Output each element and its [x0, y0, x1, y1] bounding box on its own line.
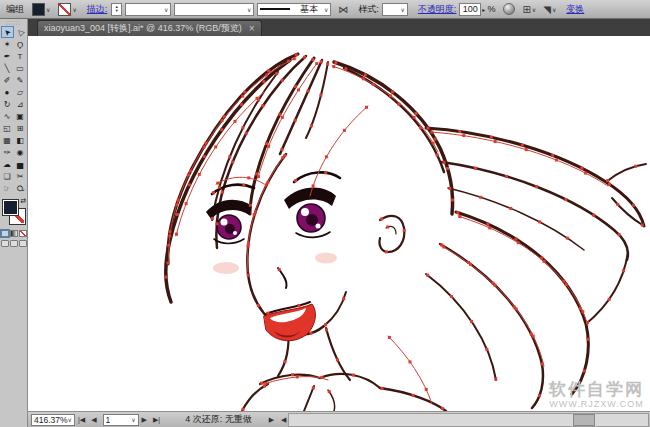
anchor-point[interactable]	[311, 58, 314, 61]
anchor-point[interactable]	[253, 213, 256, 216]
zoom-level-combo[interactable]: 416.37% ∨	[31, 414, 75, 426]
zoom-tool[interactable]: Q	[14, 182, 27, 194]
anchor-point[interactable]	[566, 237, 569, 240]
anchor-point[interactable]	[412, 394, 415, 397]
anchor-point[interactable]	[425, 388, 428, 391]
anchor-point[interactable]	[169, 230, 172, 233]
width-tool[interactable]: ∿	[1, 110, 14, 122]
anchor-point[interactable]	[312, 184, 315, 187]
graphic-style-combo[interactable]: ∨	[382, 3, 408, 16]
anchor-point[interactable]	[267, 145, 270, 148]
anchor-point[interactable]	[278, 113, 281, 116]
anchor-point[interactable]	[592, 214, 595, 217]
type-tool[interactable]: T	[14, 50, 27, 62]
free-transform-tool[interactable]: ▣	[14, 110, 27, 122]
gradient-mode-button[interactable]	[10, 230, 18, 237]
anchor-point[interactable]	[249, 204, 252, 207]
anchor-point[interactable]	[385, 250, 388, 253]
anchor-point[interactable]	[397, 103, 400, 106]
anchor-point[interactable]	[432, 142, 435, 145]
anchor-point[interactable]	[324, 171, 327, 174]
anchor-point[interactable]	[287, 329, 290, 332]
anchor-point[interactable]	[641, 224, 644, 227]
anchor-point[interactable]	[551, 154, 554, 157]
anchor-point[interactable]	[388, 336, 391, 339]
brush-definition-combo[interactable]: 基本 ∨	[257, 3, 331, 16]
anchor-point[interactable]	[493, 284, 496, 287]
swap-fill-stroke-icon[interactable]: ⇄	[20, 197, 26, 205]
selection-tool[interactable]: ➤	[1, 26, 14, 38]
anchor-point[interactable]	[278, 268, 281, 271]
anchor-point[interactable]	[221, 191, 224, 194]
anchor-point[interactable]	[175, 233, 178, 236]
anchor-point[interactable]	[403, 229, 406, 232]
anchor-point[interactable]	[319, 94, 322, 97]
anchor-point[interactable]	[462, 134, 465, 137]
anchor-point[interactable]	[297, 304, 300, 307]
anchor-point[interactable]	[241, 95, 244, 98]
anchor-point[interactable]	[618, 233, 621, 236]
anchor-point[interactable]	[442, 246, 445, 249]
anchor-point[interactable]	[242, 184, 245, 187]
anchor-point[interactable]	[221, 119, 224, 122]
first-artboard-button[interactable]: |◀	[78, 416, 85, 424]
anchor-point[interactable]	[168, 234, 171, 237]
anchor-point[interactable]	[436, 154, 439, 157]
anchor-point[interactable]	[448, 187, 451, 190]
rectangle-tool[interactable]: ▭	[14, 62, 27, 74]
anchor-point[interactable]	[538, 394, 541, 397]
document-canvas[interactable]: 软件自学网 WWW.RJZXW.COM	[28, 36, 650, 411]
anchor-point[interactable]	[216, 182, 219, 185]
horizontal-scrollbar[interactable]	[288, 413, 649, 427]
anchor-point[interactable]	[525, 148, 528, 151]
lasso-tool[interactable]: Ϙ	[14, 38, 27, 50]
anchor-point[interactable]	[260, 382, 263, 385]
anchor-point[interactable]	[490, 136, 493, 139]
status-flyout-button[interactable]: ▶	[269, 416, 274, 424]
next-artboard-button[interactable]: ▶	[142, 416, 147, 424]
anchor-point[interactable]	[579, 307, 582, 310]
anchor-point[interactable]	[426, 274, 429, 277]
anchor-point[interactable]	[450, 295, 453, 298]
anchor-point[interactable]	[521, 144, 524, 147]
stroke-panel-link[interactable]: 描边:	[87, 3, 108, 16]
anchor-point[interactable]	[581, 310, 584, 313]
anchor-point[interactable]	[262, 80, 265, 83]
paintbrush-tool[interactable]: ✐	[1, 74, 14, 86]
anchor-point[interactable]	[257, 175, 260, 178]
last-artboard-button[interactable]: ▶|	[153, 416, 160, 424]
gradient-tool[interactable]: ◧	[14, 134, 27, 146]
opacity-dropdown-icon[interactable]: ▸	[482, 6, 485, 13]
hand-tool[interactable]: ☞	[1, 182, 14, 194]
anchor-point[interactable]	[188, 183, 191, 186]
fill-color-swatch[interactable]	[32, 3, 45, 16]
full-screen-menu-mode-button[interactable]	[10, 240, 18, 247]
anchor-point[interactable]	[198, 173, 201, 176]
align-grid-icon[interactable]: ⊞∨	[522, 4, 536, 15]
anchor-point[interactable]	[211, 217, 214, 220]
close-icon[interactable]: ×	[249, 24, 255, 33]
anchor-point[interactable]	[328, 390, 331, 393]
anchor-point[interactable]	[485, 348, 488, 351]
anchor-point[interactable]	[381, 387, 384, 390]
anchor-point[interactable]	[409, 360, 412, 363]
anchor-point[interactable]	[336, 358, 339, 361]
anchor-point[interactable]	[291, 373, 294, 376]
anchor-point[interactable]	[458, 130, 461, 133]
anchor-point[interactable]	[215, 222, 218, 225]
anchor-point[interactable]	[380, 217, 383, 220]
anchor-point[interactable]	[266, 312, 269, 315]
anchor-point[interactable]	[538, 220, 541, 223]
anchor-point[interactable]	[294, 119, 297, 122]
anchor-point[interactable]	[297, 88, 300, 91]
anchor-point[interactable]	[189, 170, 192, 173]
anchor-point[interactable]	[543, 260, 546, 263]
color-mode-button[interactable]	[1, 230, 9, 237]
anchor-point[interactable]	[320, 376, 323, 379]
anchor-point[interactable]	[247, 244, 250, 247]
anchor-point[interactable]	[223, 115, 226, 118]
anchor-point[interactable]	[427, 127, 430, 130]
anchor-point[interactable]	[443, 161, 446, 164]
anchor-point[interactable]	[261, 104, 264, 107]
anchor-point[interactable]	[413, 116, 416, 119]
